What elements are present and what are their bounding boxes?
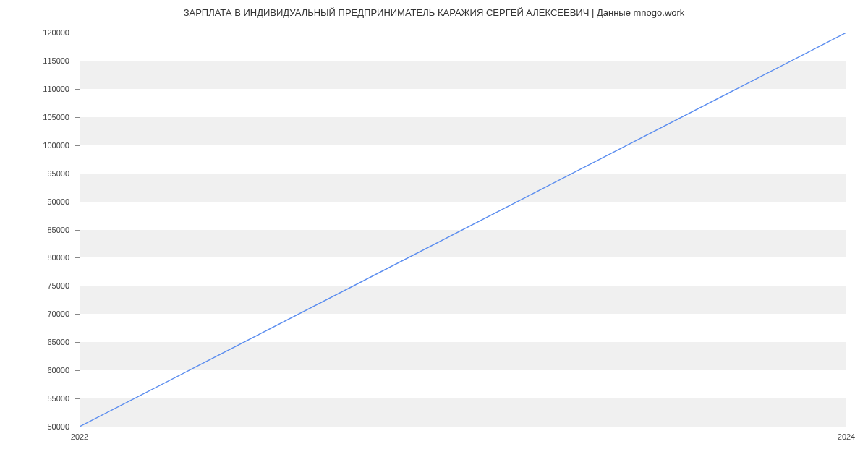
chart-container: ЗАРПЛАТА В ИНДИВИДУАЛЬНЫЙ ПРЕДПРИНИМАТЕЛ…	[0, 0, 868, 470]
y-tick-label: 95000	[47, 169, 69, 178]
y-tick-label: 120000	[43, 28, 69, 37]
y-tick-mark	[75, 370, 80, 371]
grid-band	[80, 398, 846, 427]
y-tick-label: 100000	[43, 141, 69, 150]
plot-area: 5000055000600006500070000750008000085000…	[80, 33, 846, 427]
grid-band	[80, 286, 846, 314]
y-tick-label: 90000	[47, 197, 69, 206]
y-tick-label: 85000	[47, 226, 69, 234]
y-tick-label: 115000	[43, 56, 69, 65]
y-tick-label: 55000	[47, 394, 69, 403]
y-tick-mark	[75, 342, 80, 343]
y-tick-label: 70000	[47, 309, 69, 318]
y-tick-mark	[75, 61, 80, 61]
x-tick-label: 2022	[71, 432, 88, 441]
grid-band	[80, 230, 846, 258]
grid-band	[80, 61, 846, 89]
y-tick-label: 110000	[43, 85, 69, 93]
y-tick-label: 75000	[47, 281, 69, 290]
y-tick-mark	[75, 427, 80, 427]
y-tick-label: 65000	[47, 338, 69, 346]
y-tick-mark	[75, 202, 80, 202]
x-tick-label: 2024	[838, 432, 855, 441]
grid-band	[80, 342, 846, 370]
y-tick-mark	[75, 398, 80, 399]
y-tick-label: 80000	[47, 253, 69, 262]
y-tick-mark	[75, 314, 80, 315]
grid-band	[80, 117, 846, 145]
y-tick-mark	[75, 89, 80, 90]
y-tick-mark	[75, 286, 80, 286]
y-tick-mark	[75, 174, 80, 174]
y-tick-mark	[75, 145, 80, 146]
y-axis-line	[80, 33, 80, 427]
grid-band	[80, 174, 846, 202]
y-tick-mark	[75, 230, 80, 231]
y-tick-label: 50000	[47, 422, 69, 431]
y-tick-mark	[75, 33, 80, 33]
y-tick-mark	[75, 117, 80, 118]
y-tick-label: 105000	[43, 113, 69, 121]
y-tick-label: 60000	[47, 366, 69, 375]
y-tick-mark	[75, 257, 80, 258]
chart-title: ЗАРПЛАТА В ИНДИВИДУАЛЬНЫЙ ПРЕДПРИНИМАТЕЛ…	[0, 7, 868, 18]
